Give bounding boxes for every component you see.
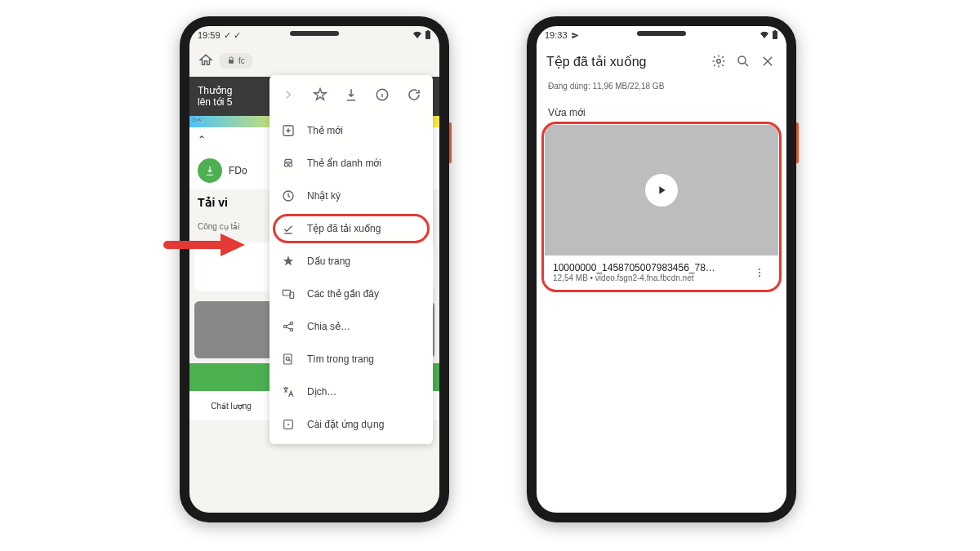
svg-rect-16 [773, 31, 777, 39]
downloads-title: Tệp đã tải xuống [546, 54, 703, 69]
svg-point-22 [759, 275, 760, 277]
status-time: 19:33 [545, 30, 568, 40]
svg-rect-7 [283, 290, 290, 295]
menu-top-row [270, 78, 433, 114]
svg-point-19 [738, 56, 746, 64]
translate-icon [281, 384, 296, 399]
battery-icon [425, 30, 431, 40]
menu-label: Các thẻ gần đây [307, 288, 379, 300]
refresh-icon[interactable] [403, 83, 425, 106]
clock-icon [281, 189, 296, 203]
menu-label: Dấu trang [307, 256, 350, 267]
download-icon[interactable] [340, 83, 363, 106]
menu-label: Dịch… [307, 386, 336, 398]
section-recent: Vừa mới [537, 99, 786, 123]
gear-icon[interactable] [710, 52, 728, 70]
menu-label: Thẻ ẩn danh mới [307, 158, 381, 169]
menu-label: Cài đặt ứng dụng [307, 419, 384, 430]
video-thumbnail[interactable] [545, 125, 778, 256]
menu-app-settings[interactable]: Cài đặt ứng dụng [270, 408, 433, 441]
forward-icon[interactable] [277, 83, 300, 106]
star-fill-icon [281, 254, 296, 269]
wifi-icon [760, 31, 769, 39]
file-card[interactable]: 10000000_1458705007983456_78… 12,54 MB •… [545, 125, 778, 289]
lock-icon [227, 56, 235, 64]
menu-label: Chia sẻ… [307, 321, 350, 332]
phone-left: 19:59 ✓ ✓ fc Thưởng lên tới 5 ▷× ⌃ [180, 16, 449, 522]
file-name: 10000000_1458705007983456_78… [553, 262, 754, 273]
phone-screen-left: 19:59 ✓ ✓ fc Thưởng lên tới 5 ▷× ⌃ [189, 26, 439, 513]
play-icon [655, 184, 668, 197]
menu-recent-tabs[interactable]: Các thẻ gần đây [270, 278, 433, 310]
search-icon[interactable] [734, 52, 752, 70]
share-icon [281, 319, 296, 334]
send-icon [571, 31, 580, 40]
star-icon[interactable] [309, 83, 332, 106]
app-box-icon [281, 417, 296, 432]
menu-bookmarks[interactable]: Dấu trang [270, 245, 433, 278]
menu-new-tab[interactable]: Thẻ mới [270, 114, 433, 147]
menu-label: Thẻ mới [307, 125, 343, 136]
menu-history[interactable]: Nhật ký [270, 180, 433, 212]
svg-point-20 [759, 268, 760, 269]
app-name: FDo [229, 165, 247, 176]
home-icon[interactable] [194, 49, 217, 72]
url-text: fc [238, 56, 245, 65]
file-meta: 12,54 MB • video.fsgn2-4.fna.fbcdn.net [553, 273, 754, 282]
menu-share[interactable]: Chia sẻ… [270, 310, 433, 343]
menu-find[interactable]: Tìm trong trang [270, 343, 433, 375]
svg-point-5 [289, 163, 292, 167]
menu-label: Nhật ký [307, 190, 341, 202]
svg-rect-12 [284, 354, 292, 364]
info-icon[interactable] [371, 83, 394, 106]
svg-point-21 [759, 271, 760, 273]
downloads-header: Tệp đã tải xuống [537, 44, 786, 78]
download-circle-icon [198, 158, 222, 183]
menu-label: Tìm trong trang [307, 353, 374, 365]
devices-icon [281, 287, 296, 301]
storage-info: Đang dùng: 11,96 MB/22,18 GB [537, 78, 786, 99]
chrome-toolbar: fc [189, 44, 439, 77]
menu-downloads[interactable]: Tệp đã tải xuống [270, 212, 433, 245]
plus-box-icon [281, 123, 296, 138]
battery-icon [772, 30, 778, 40]
menu-label: Tệp đã tải xuống [307, 223, 381, 234]
phone-speaker [637, 31, 686, 36]
phone-speaker [290, 31, 339, 36]
chevron-up-icon: ⌃ [198, 134, 206, 145]
svg-rect-17 [774, 30, 776, 31]
arrow-annotation [163, 229, 250, 261]
menu-translate[interactable]: Dịch… [270, 375, 433, 408]
svg-rect-0 [425, 31, 430, 39]
phone-screen-right: 19:33 Tệp đã tải xuống Đang dùng: 11,96 … [537, 26, 786, 513]
status-time: 19:59 [198, 30, 220, 40]
chrome-menu: Thẻ mới Thẻ ẩn danh mới Nhật ký Tệp đã t… [270, 75, 433, 444]
menu-incognito[interactable]: Thẻ ẩn danh mới [270, 147, 433, 180]
play-button[interactable] [645, 174, 678, 207]
find-page-icon [281, 352, 296, 367]
phone-right: 19:33 Tệp đã tải xuống Đang dùng: 11,96 … [527, 16, 796, 522]
close-icon[interactable] [759, 52, 777, 70]
svg-point-15 [287, 424, 289, 425]
svg-point-18 [717, 60, 721, 64]
url-bar[interactable]: fc [219, 53, 253, 69]
svg-point-4 [284, 163, 287, 167]
file-info: 10000000_1458705007983456_78… 12,54 MB •… [545, 256, 778, 289]
incognito-icon [281, 156, 296, 171]
wifi-icon [412, 31, 422, 39]
download-done-icon [281, 221, 296, 236]
svg-rect-1 [427, 30, 429, 31]
more-vert-icon[interactable] [754, 267, 770, 278]
tab-quality[interactable]: Chất lượng [189, 402, 273, 411]
status-checks: ✓ ✓ [224, 30, 241, 41]
